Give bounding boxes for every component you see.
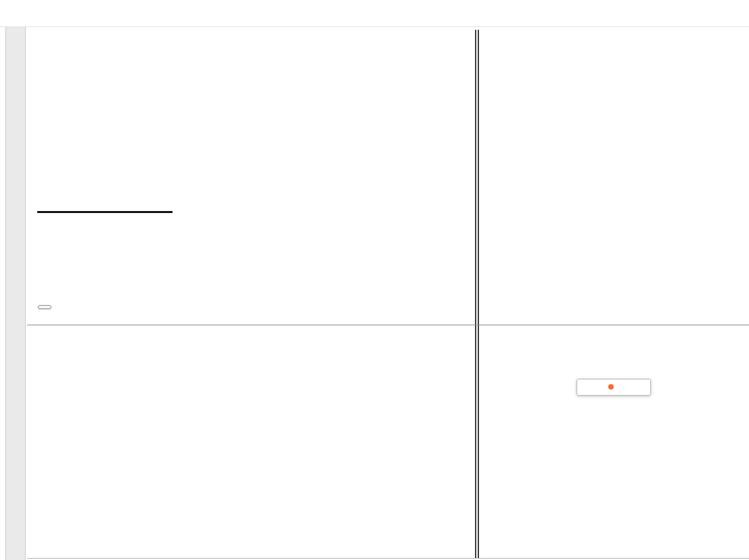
welllog-viewer [0,0,749,560]
tooltip-value-row [583,381,645,392]
marker-line [37,211,173,213]
depth-minimap[interactable] [5,27,26,560]
crosshair-line [27,325,749,325]
log2d-tooltip [576,379,651,396]
track-splitter[interactable] [475,30,479,558]
toolbar [0,0,749,27]
plot-bottom-border [27,558,749,559]
series-dot-icon [608,384,614,390]
depth-marker [37,210,173,214]
depth-tooltip [38,305,51,309]
